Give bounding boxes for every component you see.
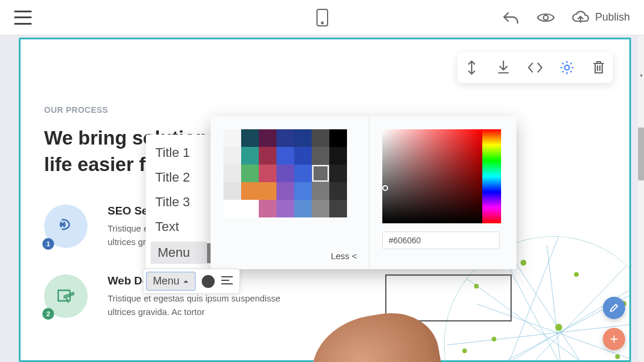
delete-trash-icon[interactable] — [590, 57, 607, 78]
scroll-up-icon[interactable]: ▴ — [638, 72, 644, 78]
preview-eye-icon[interactable] — [536, 11, 555, 24]
color-swatch[interactable] — [276, 182, 294, 200]
color-swatch[interactable] — [276, 165, 294, 182]
publish-label: Publish — [595, 11, 630, 24]
color-swatch[interactable] — [294, 165, 312, 182]
color-swatch[interactable] — [241, 129, 259, 147]
pencil-icon — [609, 303, 619, 313]
less-toggle[interactable]: Less < — [223, 245, 357, 261]
heading-option-title3[interactable]: Title 3 — [146, 190, 212, 214]
color-swatch[interactable] — [241, 165, 259, 182]
color-swatch[interactable] — [259, 147, 276, 165]
svg-point-22 — [555, 324, 562, 331]
svg-point-23 — [615, 354, 620, 359]
mobile-preview-icon[interactable] — [316, 8, 329, 27]
color-swatch[interactable] — [294, 182, 312, 200]
color-swatch[interactable] — [294, 129, 312, 147]
color-swatch[interactable] — [223, 182, 241, 200]
color-swatch[interactable] — [329, 182, 347, 200]
color-swatch[interactable] — [276, 129, 294, 147]
color-swatch[interactable] — [294, 147, 312, 165]
download-icon[interactable] — [495, 57, 512, 78]
hex-input[interactable] — [382, 232, 500, 249]
color-swatch[interactable] — [329, 200, 347, 217]
color-picker-panel: Less < — [211, 116, 516, 269]
text-style-dropdown[interactable]: Menu — [146, 272, 196, 291]
color-swatch[interactable] — [241, 147, 259, 165]
feature-desc[interactable]: Tristique et egestas quis ipsum suspendi… — [108, 292, 296, 319]
color-swatch[interactable] — [223, 147, 241, 165]
align-button[interactable] — [221, 275, 233, 288]
svg-point-3 — [565, 65, 569, 70]
settings-gear-icon[interactable] — [559, 57, 575, 78]
color-swatch[interactable] — [312, 147, 329, 165]
web-design-icon: 2 — [44, 274, 88, 318]
plus-icon: + — [610, 331, 618, 347]
hue-slider[interactable] — [482, 129, 501, 223]
color-swatch[interactable] — [223, 129, 241, 147]
color-swatch[interactable] — [259, 182, 276, 200]
edit-fab[interactable] — [603, 297, 625, 319]
color-swatch[interactable] — [259, 200, 276, 217]
svg-point-4 — [62, 223, 64, 226]
heading-option-title1[interactable]: Title 1 — [146, 140, 212, 165]
color-swatch[interactable] — [276, 147, 294, 165]
menu-hamburger-icon[interactable] — [14, 11, 32, 25]
svg-line-9 — [447, 321, 629, 345]
section-toolbar — [458, 52, 613, 83]
svg-point-19 — [574, 272, 579, 277]
color-swatch[interactable] — [312, 165, 329, 182]
eyebrow-label: OUR PROCESS — [44, 105, 606, 115]
color-swatch-grid — [223, 129, 357, 217]
heading-option-title2[interactable]: Title 2 — [146, 165, 212, 190]
publish-button[interactable]: Publish — [572, 11, 630, 25]
color-swatch[interactable] — [329, 165, 347, 182]
code-icon[interactable] — [527, 57, 543, 78]
svg-point-18 — [520, 260, 526, 266]
color-swatch[interactable] — [259, 165, 276, 182]
color-swatch[interactable] — [276, 200, 294, 217]
cloud-upload-icon — [572, 11, 589, 25]
heading-option-menu[interactable]: Menu — [151, 242, 207, 264]
color-swatch[interactable] — [223, 165, 241, 182]
text-color-button[interactable] — [202, 275, 215, 288]
top-toolbar: Publish — [0, 0, 644, 35]
heading-option-text[interactable]: Text — [146, 214, 212, 239]
text-format-toolbar: Menu — [143, 269, 240, 294]
sv-cursor[interactable] — [382, 185, 388, 191]
color-swatch[interactable] — [294, 200, 312, 217]
color-swatch[interactable] — [312, 200, 329, 217]
color-swatch[interactable] — [223, 200, 241, 217]
feature-badge-1: 1 — [42, 238, 54, 250]
svg-point-1 — [321, 22, 323, 24]
color-swatch[interactable] — [329, 147, 347, 165]
color-swatch[interactable] — [241, 200, 259, 217]
saturation-value-box[interactable] — [382, 129, 482, 223]
seo-icon: 1 — [44, 205, 88, 248]
undo-icon[interactable] — [502, 10, 520, 25]
hand-image — [312, 316, 441, 362]
color-swatch[interactable] — [329, 129, 347, 147]
feature-badge-2: 2 — [42, 308, 54, 320]
color-swatch[interactable] — [259, 129, 276, 147]
move-vertical-icon[interactable] — [463, 57, 480, 78]
scrollbar[interactable]: ▴ — [638, 35, 644, 362]
color-swatch[interactable] — [312, 129, 329, 147]
svg-point-2 — [543, 15, 548, 20]
svg-point-28 — [462, 348, 467, 353]
add-fab[interactable]: + — [603, 328, 625, 350]
caret-up-icon — [183, 279, 189, 284]
heading-style-panel: Title 1 Title 2 Title 3 Text Menu — [146, 135, 212, 270]
color-swatch[interactable] — [241, 182, 259, 200]
color-swatch[interactable] — [312, 182, 329, 200]
scrollbar-thumb[interactable] — [638, 128, 644, 180]
svg-point-21 — [492, 337, 496, 341]
